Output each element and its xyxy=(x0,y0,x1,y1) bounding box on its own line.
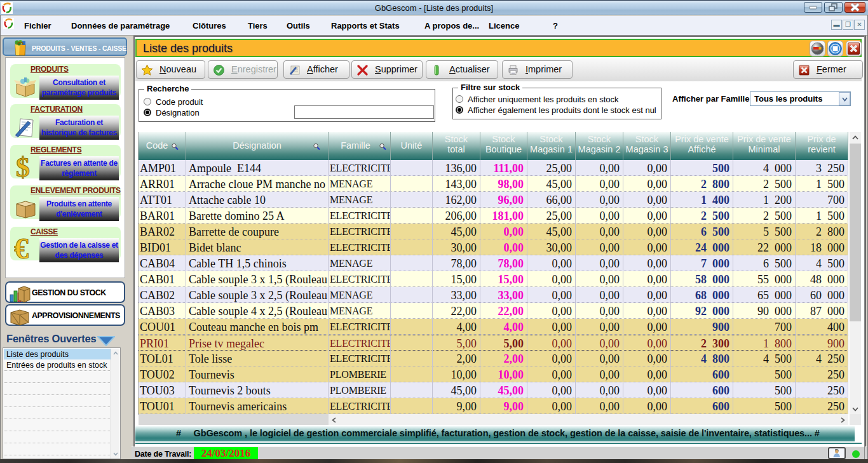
svg-text:$: $ xyxy=(16,154,30,180)
svg-text:€: € xyxy=(14,235,29,263)
